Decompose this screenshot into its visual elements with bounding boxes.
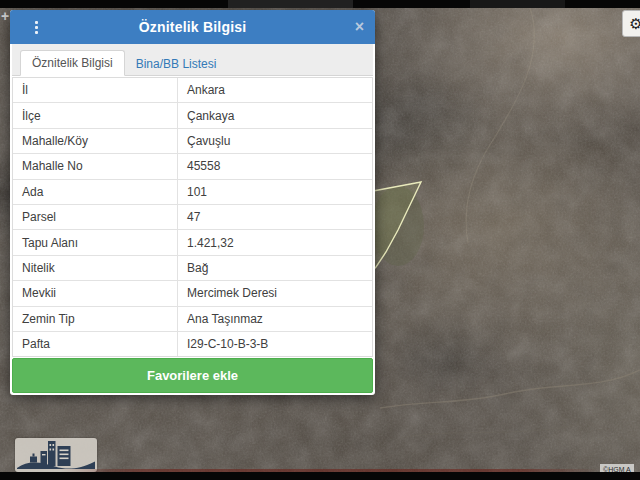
attr-value: Bağ: [178, 256, 372, 280]
letterbox-artifact: [470, 0, 565, 8]
attr-value: 1.421,32: [178, 230, 372, 254]
gear-icon: ⚙: [629, 16, 640, 31]
attr-label: Tapu Alanı: [13, 230, 178, 254]
settings-button[interactable]: ⚙: [622, 10, 640, 37]
table-row: Nitelik Bağ: [13, 256, 372, 281]
add-to-favorites-button[interactable]: Favorilere ekle: [12, 358, 373, 393]
attr-label: Nitelik: [13, 256, 178, 280]
attr-label: İlçe: [13, 103, 178, 127]
city-skyline-icon: [15, 438, 97, 472]
attr-value: I29-C-10-B-3-B: [178, 332, 372, 356]
attr-value: Ana Taşınmaz: [178, 307, 372, 331]
table-row: Mevkii Mercimek Deresi: [13, 281, 372, 306]
table-row: İlçe Çankaya: [13, 103, 372, 128]
attribute-info-modal: Öznitelik Bilgisi × Öznitelik Bilgisi Bi…: [10, 10, 375, 395]
table-row: Mahalle No 45558: [13, 154, 372, 179]
table-row: Tapu Alanı 1.421,32: [13, 230, 372, 255]
letterbox-artifact: [228, 0, 353, 8]
table-row: Pafta I29-C-10-B-3-B: [13, 332, 372, 356]
attr-value: 47: [178, 205, 372, 229]
modal-header: Öznitelik Bilgisi ×: [10, 10, 375, 44]
attr-value: Çavuşlu: [178, 129, 372, 153]
table-row: Zemin Tip Ana Taşınmaz: [13, 307, 372, 332]
tab-bar: Öznitelik Bilgisi Bina/BB Listesi: [12, 44, 373, 76]
top-letterbox: [0, 0, 640, 8]
map-provider-logo: [15, 438, 97, 472]
tab-bina-bb-listesi[interactable]: Bina/BB Listesi: [125, 52, 228, 76]
table-row: Ada 101: [13, 180, 372, 205]
attr-label: Mahalle/Köy: [13, 129, 178, 153]
attr-value: 101: [178, 180, 372, 204]
close-icon[interactable]: ×: [355, 10, 364, 44]
attributes-table: İl Ankara İlçe Çankaya Mahalle/Köy Çavuş…: [12, 77, 373, 357]
table-row: Parsel 47: [13, 205, 372, 230]
attr-value: Çankaya: [178, 103, 372, 127]
table-row: Mahalle/Köy Çavuşlu: [13, 129, 372, 154]
modal-body: Öznitelik Bilgisi Bina/BB Listesi İl Ank…: [10, 44, 375, 395]
attr-label: Mahalle No: [13, 154, 178, 178]
attr-label: İl: [13, 78, 178, 102]
attr-label: Pafta: [13, 332, 178, 356]
attr-label: Parsel: [13, 205, 178, 229]
attr-value: Mercimek Deresi: [178, 281, 372, 305]
tab-oznitelik-bilgisi[interactable]: Öznitelik Bilgisi: [20, 50, 125, 76]
kebab-menu-icon[interactable]: [29, 18, 43, 36]
attr-label: Mevkii: [13, 281, 178, 305]
attr-label: Ada: [13, 180, 178, 204]
table-row: İl Ankara: [13, 78, 372, 103]
attr-value: Ankara: [178, 78, 372, 102]
bottom-letterbox: [0, 472, 640, 480]
modal-title: Öznitelik Bilgisi: [139, 19, 247, 35]
attr-label: Zemin Tip: [13, 307, 178, 331]
attr-value: 45558: [178, 154, 372, 178]
